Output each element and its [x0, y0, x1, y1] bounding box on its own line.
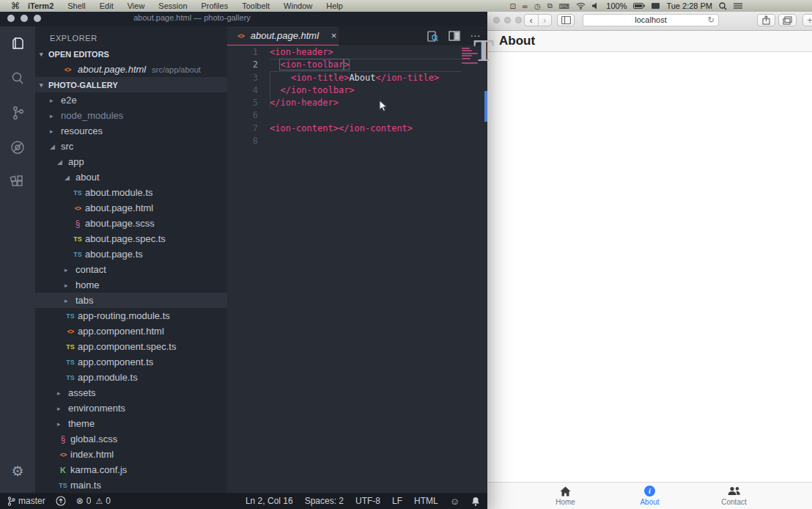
tree-file-app.component.ts[interactable]: app.component.ts: [35, 354, 227, 370]
code-line-4[interactable]: 4 </ion-toolbar>: [227, 84, 487, 97]
errors-item[interactable]: 0: [76, 496, 92, 506]
tree-file-main.ts[interactable]: main.ts: [35, 477, 227, 493]
close-window-button[interactable]: [493, 17, 500, 23]
tree-file-global.scss[interactable]: global.scss: [35, 431, 227, 447]
tree-folder-home[interactable]: home: [35, 277, 227, 293]
tree-folder-environments[interactable]: environments: [35, 400, 227, 416]
status-item[interactable]: Ln 2, Col 16: [246, 496, 293, 506]
minimize-window-button[interactable]: [504, 17, 511, 23]
explorer-activity-icon[interactable]: [0, 26, 35, 61]
keyboard-icon[interactable]: ⌨: [559, 2, 569, 10]
code-line-2[interactable]: 2 <ion-toolbar>: [227, 59, 487, 71]
menu-item-session[interactable]: Session: [158, 1, 187, 10]
menu-item-profiles[interactable]: Profiles: [202, 1, 229, 10]
tree-file-app.module.ts[interactable]: app.module.ts: [35, 370, 227, 385]
bottom-tab-contact[interactable]: Contact: [692, 483, 776, 509]
address-bar[interactable]: localhost: [583, 14, 719, 26]
notification-center-icon[interactable]: [734, 2, 742, 10]
zoom-window-button[interactable]: [34, 15, 41, 22]
debug-activity-icon[interactable]: [0, 130, 35, 164]
code-line-1[interactable]: 1<ion-header>: [227, 46, 487, 59]
publish-changes-button[interactable]: [56, 496, 66, 506]
tree-folder-app[interactable]: app: [35, 154, 227, 169]
forward-button[interactable]: [538, 15, 552, 26]
menu-item-window[interactable]: Window: [284, 1, 312, 10]
git-branch-item[interactable]: master: [7, 496, 45, 506]
new-tab-button[interactable]: [802, 14, 812, 26]
notifications-bell-icon[interactable]: [471, 497, 480, 506]
menubar-clock[interactable]: Tue 2:28 PM: [666, 1, 712, 10]
volume-icon[interactable]: [592, 2, 599, 10]
extensions-activity-icon[interactable]: [0, 164, 35, 199]
tree-file-app.component.spec.ts[interactable]: app.component.spec.ts: [35, 339, 227, 354]
tree-folder-about[interactable]: about: [35, 169, 227, 185]
bottom-tab-home[interactable]: Home: [523, 483, 608, 509]
tree-folder-contact[interactable]: contact: [35, 262, 227, 277]
tree-file-about.page.spec.ts[interactable]: about.page.spec.ts: [35, 231, 227, 246]
tree-folder-assets[interactable]: assets: [35, 385, 227, 400]
split-editor-icon[interactable]: [449, 31, 460, 41]
status-item[interactable]: UTF-8: [355, 496, 380, 506]
tree-file-index.html[interactable]: index.html: [35, 447, 227, 462]
tab-overview-button[interactable]: [778, 14, 797, 26]
close-window-button[interactable]: [7, 15, 15, 22]
warnings-item[interactable]: 0: [95, 496, 111, 506]
open-editors-header[interactable]: OPEN EDITORS: [35, 47, 227, 62]
tree-folder-theme[interactable]: theme: [35, 416, 227, 431]
source-control-activity-icon[interactable]: [0, 95, 35, 130]
screen-recording-icon[interactable]: ⊡: [509, 2, 515, 10]
tree-folder-resources[interactable]: resources: [35, 123, 227, 139]
wifi-icon[interactable]: [576, 2, 586, 10]
tree-folder-e2e[interactable]: e2e: [35, 92, 227, 108]
code-line-6[interactable]: 6: [227, 109, 487, 122]
input-source-flag-icon[interactable]: [652, 3, 660, 9]
tree-file-about.module.ts[interactable]: about.module.ts: [35, 185, 227, 200]
menu-item-toolbelt[interactable]: Toolbelt: [242, 1, 270, 10]
code-editor[interactable]: 1<ion-header>2 <ion-toolbar>3 <ion-title…: [227, 45, 487, 493]
sidebar-toggle-button[interactable]: [557, 14, 575, 26]
settings-gear-icon[interactable]: [0, 463, 35, 480]
glasses-icon[interactable]: ∞: [523, 2, 528, 10]
open-preview-icon[interactable]: [427, 30, 439, 43]
menu-item-view[interactable]: View: [128, 1, 145, 10]
spotlight-search-icon[interactable]: [719, 2, 727, 10]
tree-file-about.page.html[interactable]: about.page.html: [35, 200, 227, 216]
tab-about-page-html[interactable]: about.page.html: [227, 26, 339, 45]
share-button[interactable]: [757, 14, 775, 26]
tree-file-about.page.scss[interactable]: about.page.scss: [35, 216, 227, 231]
status-item[interactable]: LF: [392, 496, 402, 506]
tree-file-karma.conf.js[interactable]: karma.conf.js: [35, 462, 227, 477]
open-editor-item[interactable]: about.page.html src/app/about: [35, 62, 227, 77]
code-line-8[interactable]: 8: [227, 135, 487, 147]
code-line-5[interactable]: 5</ion-header>: [227, 97, 487, 109]
tree-folder-tabs[interactable]: tabs: [35, 293, 227, 308]
status-item[interactable]: Spaces: 2: [305, 496, 344, 506]
vscode-title-bar[interactable]: about.page.html — photo-gallery: [0, 10, 487, 26]
zoom-window-button[interactable]: [515, 17, 522, 23]
menu-item-help[interactable]: Help: [326, 1, 343, 10]
apple-menu-icon[interactable]: [10, 1, 21, 11]
display-icon[interactable]: ⧉: [547, 1, 553, 10]
tree-file-about.page.ts[interactable]: about.page.ts: [35, 246, 227, 262]
tree-folder-node_modules[interactable]: node_modules: [35, 108, 227, 123]
code-line-3[interactable]: 3 <ion-title>About</ion-title>: [227, 72, 487, 84]
browser-window-controls[interactable]: [493, 17, 522, 23]
close-tab-icon[interactable]: [329, 30, 339, 41]
bottom-tab-about[interactable]: About: [608, 483, 692, 509]
search-activity-icon[interactable]: [0, 61, 35, 95]
menu-item-shell[interactable]: Shell: [67, 1, 85, 10]
tree-file-app-routing.module.ts[interactable]: app-routing.module.ts: [35, 308, 227, 323]
battery-icon[interactable]: [633, 3, 645, 9]
menu-item-edit[interactable]: Edit: [100, 1, 114, 10]
menu-item-iterm2[interactable]: iTerm2: [28, 1, 53, 10]
tree-file-app.component.html[interactable]: app.component.html: [35, 323, 227, 339]
back-button[interactable]: [525, 15, 538, 26]
minimize-window-button[interactable]: [21, 15, 28, 22]
tree-folder-src[interactable]: src: [35, 139, 227, 154]
feedback-smiley-icon[interactable]: [450, 496, 459, 507]
time-machine-icon[interactable]: ◷: [534, 2, 541, 10]
code-line-7[interactable]: 7<ion-content></ion-content>: [227, 122, 487, 135]
reload-icon[interactable]: [708, 15, 715, 26]
status-item[interactable]: HTML: [414, 496, 438, 506]
window-controls[interactable]: [7, 15, 41, 22]
